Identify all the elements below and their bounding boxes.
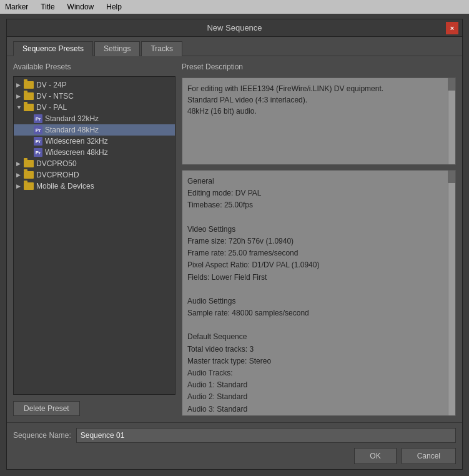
menu-marker[interactable]: Marker (2, 1, 31, 12)
description-scrollbar-thumb (448, 78, 455, 91)
tab-settings[interactable]: Settings (94, 41, 140, 56)
dialog-close-button[interactable]: × (446, 22, 458, 34)
tree-item-wide32[interactable]: Pr Widescreen 32kHz (14, 136, 175, 147)
delete-preset-button[interactable]: Delete Preset (13, 401, 80, 416)
left-panel: Available Presets ▶ DV - 24P ▶ DV - NTSC… (13, 62, 175, 416)
info-scrollbar-thumb (448, 171, 455, 183)
preset-description-label: Preset Description (182, 62, 456, 71)
tree-item-std48[interactable]: Pr Standard 48kHz (14, 124, 175, 136)
label-std32: Standard 32kHz (45, 114, 99, 123)
tab-sequence-presets[interactable]: Sequence Presets (13, 41, 93, 56)
arrow-dvcpro50: ▶ (16, 161, 24, 167)
arrow-dvntsc: ▶ (16, 93, 24, 99)
tab-tracks[interactable]: Tracks (141, 41, 182, 56)
folder-icon-dv24p (24, 81, 34, 89)
tree-item-dv24p[interactable]: ▶ DV - 24P (14, 79, 175, 91)
tabs-bar: Sequence Presets Settings Tracks (7, 37, 462, 56)
arrow-dv24p: ▶ (16, 82, 24, 88)
label-dvntsc: DV - NTSC (36, 92, 74, 101)
file-icon-std48: Pr (34, 126, 42, 134)
tree-item-std32[interactable]: Pr Standard 32kHz (14, 113, 175, 124)
description-scrollbar[interactable] (448, 78, 455, 164)
label-std48: Standard 48kHz (45, 126, 99, 134)
tree-item-dvpal[interactable]: ▼ DV - PAL (14, 102, 175, 113)
tree-item-wide48[interactable]: Pr Widescreen 48kHz (14, 147, 175, 158)
presets-tree[interactable]: ▶ DV - 24P ▶ DV - NTSC ▼ DV - PAL (13, 76, 175, 395)
file-icon-std32: Pr (34, 114, 42, 123)
file-icon-wide32: Pr (34, 137, 42, 146)
info-box: General Editing mode: DV PAL Timebase: 2… (182, 170, 456, 416)
menu-title[interactable]: Title (38, 1, 57, 12)
description-box: For editing with IEEE1394 (FireWire/i.LI… (182, 77, 456, 165)
label-dvcprohd: DVCPROHD (36, 171, 79, 179)
tree-item-dvcpro50[interactable]: ▶ DVCPRO50 (14, 158, 175, 169)
sequence-name-row: Sequence Name: (13, 428, 456, 443)
info-scrollbar[interactable] (448, 171, 455, 415)
arrow-mobile: ▶ (16, 183, 24, 189)
tree-item-dvcprohd[interactable]: ▶ DVCPROHD (14, 169, 175, 181)
label-wide32: Widescreen 32kHz (45, 137, 108, 146)
sequence-name-label: Sequence Name: (13, 431, 71, 440)
dialog-content: Available Presets ▶ DV - 24P ▶ DV - NTSC… (7, 56, 462, 422)
folder-icon-mobile (24, 182, 34, 190)
file-icon-wide48: Pr (34, 148, 42, 157)
label-dvcpro50: DVCPRO50 (36, 159, 77, 168)
folder-icon-dvntsc (24, 92, 34, 100)
arrow-dvpal: ▼ (16, 104, 24, 111)
available-presets-label: Available Presets (13, 62, 175, 71)
dialog-titlebar: New Sequence × (7, 19, 462, 37)
label-mobile: Mobile & Devices (36, 182, 94, 191)
cancel-button[interactable]: Cancel (402, 448, 456, 464)
new-sequence-dialog: New Sequence × Sequence Presets Settings… (6, 19, 463, 470)
menu-bar: Marker Title Window Help (0, 0, 469, 14)
ok-button[interactable]: OK (354, 448, 396, 464)
right-panel: Preset Description For editing with IEEE… (182, 62, 456, 416)
description-text: For editing with IEEE1394 (FireWire/i.LI… (187, 84, 383, 116)
menu-help[interactable]: Help (104, 1, 124, 12)
buttons-row: OK Cancel (13, 448, 456, 464)
bottom-bar: Sequence Name: OK Cancel (7, 422, 462, 469)
folder-icon-dvpal (24, 104, 34, 111)
label-wide48: Widescreen 48kHz (45, 148, 108, 157)
label-dvpal: DV - PAL (36, 103, 67, 112)
tree-item-dvntsc[interactable]: ▶ DV - NTSC (14, 91, 175, 102)
info-text: General Editing mode: DV PAL Timebase: 2… (187, 177, 319, 414)
menu-window[interactable]: Window (65, 1, 97, 12)
label-dv24p: DV - 24P (36, 81, 67, 89)
sequence-name-input[interactable] (76, 428, 456, 443)
folder-icon-dvcprohd (24, 171, 34, 179)
folder-icon-dvcpro50 (24, 160, 34, 167)
tree-item-mobile[interactable]: ▶ Mobile & Devices (14, 181, 175, 192)
dialog-title: New Sequence (207, 23, 262, 32)
arrow-dvcprohd: ▶ (16, 172, 24, 178)
